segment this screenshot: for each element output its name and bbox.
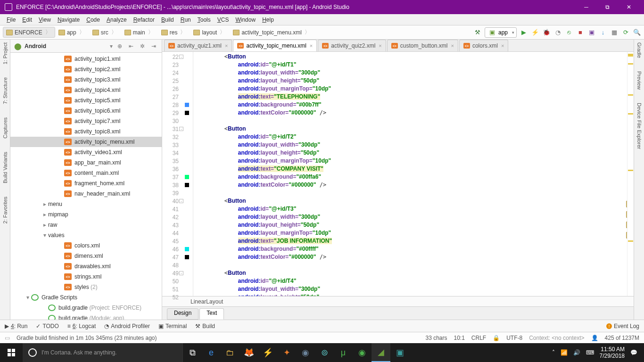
close-icon[interactable]: × <box>501 43 504 49</box>
breadcrumb-res[interactable]: res〉 <box>158 27 190 38</box>
apply-changes-button[interactable]: ⚡ <box>531 28 539 37</box>
tab-activity-quiz1-xml[interactable]: activity_quiz1.xml× <box>164 40 232 51</box>
menu-navigate[interactable]: Navigate <box>55 16 83 24</box>
clock[interactable]: 11:50 AM 7/29/2018 <box>600 346 625 359</box>
gear-icon[interactable]: ✲ <box>138 43 147 49</box>
tool-window-7--structure[interactable]: 7: Structure <box>2 77 8 104</box>
gutter[interactable]: 22-232425262728293031-323334353637383940… <box>162 52 193 296</box>
tree-item-content-main-xml[interactable]: content_main.xml <box>10 168 162 178</box>
tree-item-strings-xml[interactable]: strings.xml <box>10 272 162 282</box>
attach-debugger-button[interactable]: ⎋ <box>565 28 573 37</box>
tree-item-gradle-scripts[interactable]: ▾Gradle Scripts <box>10 292 162 303</box>
bottom-tool-build[interactable]: ⚒Build <box>195 323 215 329</box>
menu-analyze[interactable]: Analyze <box>104 16 130 24</box>
event-log-button[interactable]: !Event Log <box>606 323 639 329</box>
blender-icon[interactable]: ✦ <box>277 343 296 362</box>
menu-help[interactable]: Help <box>259 16 277 24</box>
project-structure-icon[interactable]: ▦ <box>610 28 619 37</box>
inspection-icon[interactable]: 👤 <box>591 335 598 341</box>
scroll-from-source-icon[interactable]: ⊕ <box>116 43 124 49</box>
tool-window-captures[interactable]: Captures <box>2 117 8 139</box>
tree-item-activity-video1-xml[interactable]: activity_video1.xml <box>10 147 162 157</box>
menu-tools[interactable]: Tools <box>195 16 214 24</box>
tray-network-icon[interactable]: 📶 <box>561 349 568 356</box>
breadcrumb-layout[interactable]: layout〉 <box>190 27 230 38</box>
sync-gradle-icon[interactable]: ⟳ <box>621 28 630 37</box>
layout-breadcrumb[interactable]: LinearLayout <box>162 296 634 306</box>
code-area[interactable]: <Button android:id="@+id/T1" android:lay… <box>193 52 627 296</box>
bottom-tool-6--logcat[interactable]: ≡6: Logcat <box>67 323 96 329</box>
tree-item-mipmap[interactable]: ▸mipmap <box>10 209 162 220</box>
tool-window-preview[interactable]: Preview <box>636 71 642 90</box>
collapse-all-icon[interactable]: ⇤ <box>127 43 135 49</box>
tree-item-drawables-xml[interactable]: drawables.xml <box>10 261 162 272</box>
maximize-button[interactable]: ⧉ <box>597 0 618 14</box>
bottom-tool-4--run[interactable]: ▶4: Run <box>5 323 27 329</box>
tree-item-build-gradle[interactable]: build.gradle (Project: ENFORCE) <box>10 303 162 313</box>
status-line-ending[interactable]: CRLF <box>471 335 486 341</box>
menu-file[interactable]: File <box>4 16 18 24</box>
close-icon[interactable]: × <box>451 43 454 49</box>
run-config-selector[interactable]: ▣app <box>485 27 517 38</box>
tree-item-fragment-home-xml[interactable]: fragment_home.xml <box>10 178 162 189</box>
system-tray[interactable]: ˄ 📶 🔊 ⌨ 11:50 AM 7/29/2018 💬 <box>545 346 644 359</box>
stop-button[interactable]: ■ <box>576 28 585 37</box>
steam-icon[interactable]: ◉ <box>296 343 315 362</box>
menu-run[interactable]: Run <box>178 16 194 24</box>
project-view-selector[interactable]: Android <box>25 43 107 49</box>
line-icon[interactable]: ◉ <box>353 343 372 362</box>
status-encoding[interactable]: UTF-8 <box>506 335 522 341</box>
tree-item-styles[interactable]: styles (2) <box>10 282 162 292</box>
tree-item-raw[interactable]: ▸raw <box>10 220 162 230</box>
tree-item-build-gradle[interactable]: build.gradle (Module: app) <box>10 313 162 320</box>
debug-button[interactable]: 🐞 <box>542 28 551 37</box>
tray-expand-icon[interactable]: ˄ <box>552 349 555 356</box>
lock-icon[interactable]: 🔒 <box>493 335 500 341</box>
minimize-button[interactable]: ─ <box>576 0 597 14</box>
error-stripe[interactable] <box>627 52 634 296</box>
breadcrumb-src[interactable]: src〉 <box>89 27 121 38</box>
tool-window-2--favorites[interactable]: 2: Favorites <box>2 197 8 223</box>
notifications-icon[interactable]: 💬 <box>630 349 637 356</box>
tab-activity-topic-menu-xml[interactable]: activity_topic_menu.xml× <box>233 40 317 51</box>
tree-item-activity-topic4-xml[interactable]: activity_topic4.xml <box>10 85 162 95</box>
tree-item-activity-topic-menu-xml[interactable]: activity_topic_menu.xml <box>10 137 162 147</box>
close-icon[interactable]: × <box>225 43 228 49</box>
run-button[interactable]: ▶ <box>520 28 528 37</box>
breadcrumb-enforce[interactable]: ENFORCE〉 <box>3 27 55 38</box>
menu-build[interactable]: Build <box>158 16 177 24</box>
search-icon[interactable]: 🔍 <box>633 28 641 37</box>
menu-vcs[interactable]: VCS <box>215 16 232 24</box>
close-icon[interactable]: × <box>379 43 381 49</box>
profile-button[interactable]: ◔ <box>553 28 562 37</box>
menu-refactor[interactable]: Refactor <box>131 16 157 24</box>
tab-activity-quiz2-xml[interactable]: activity_quiz2.xml× <box>318 40 386 51</box>
tool-window-build-variants[interactable]: Build Variants <box>2 152 8 183</box>
tree-item-dimens-xml[interactable]: dimens.xml <box>10 251 162 261</box>
hide-icon[interactable]: ⇥ <box>149 43 158 49</box>
sdk-manager-icon[interactable]: ↓ <box>599 28 607 37</box>
design-tab-design[interactable]: Design <box>167 308 198 320</box>
tree-item-activity-topic6-xml[interactable]: activity_topic6.xml <box>10 106 162 116</box>
cortana-search[interactable]: I'm Cortana. Ask me anything. <box>23 343 183 362</box>
menu-edit[interactable]: Edit <box>19 16 35 24</box>
android-studio-icon[interactable]: ◢ <box>372 343 390 362</box>
tray-volume-icon[interactable]: 🔊 <box>573 349 580 356</box>
tree-item-app-bar-main-xml[interactable]: app_bar_main.xml <box>10 157 162 168</box>
tree-item-activity-topic7-xml[interactable]: activity_topic7.xml <box>10 116 162 126</box>
hammer-icon[interactable]: ⚒ <box>473 28 482 37</box>
tree-item-activity-topic3-xml[interactable]: activity_topic3.xml <box>10 74 162 85</box>
utorrent-icon[interactable]: μ <box>334 343 353 362</box>
menu-view[interactable]: View <box>36 16 54 24</box>
close-button[interactable]: ✕ <box>618 0 639 14</box>
file-explorer-icon[interactable]: 🗀 <box>221 343 239 362</box>
tree-item-colors-xml[interactable]: colors.xml <box>10 240 162 251</box>
winamp-icon[interactable]: ⚡ <box>258 343 277 362</box>
firefox-icon[interactable]: 🦊 <box>239 343 258 362</box>
bottom-tool-android-profiler[interactable]: ◔Android Profiler <box>104 323 150 329</box>
project-tree[interactable]: activity_topic1.xmlactivity_topic2.xmlac… <box>10 53 162 320</box>
touch-icon[interactable]: ⊚ <box>315 343 334 362</box>
tree-item-activity-topic5-xml[interactable]: activity_topic5.xml <box>10 95 162 106</box>
edge-icon[interactable]: e <box>202 343 221 362</box>
menu-window[interactable]: Window <box>232 16 258 24</box>
